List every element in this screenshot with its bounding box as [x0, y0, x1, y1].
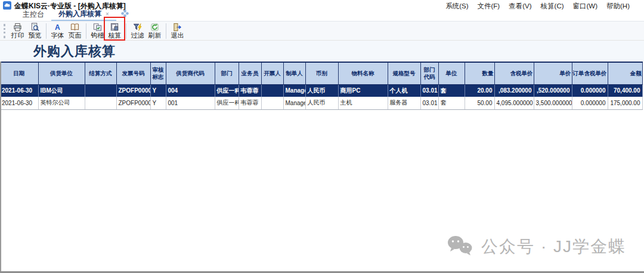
- filter-icon: [133, 23, 142, 32]
- column-header[interactable]: 币别: [305, 62, 338, 84]
- tab-bar: 主控台 外购入库核算 ×: [0, 11, 644, 22]
- table-cell[interactable]: 服务器: [388, 97, 420, 109]
- toolbar-separator: [166, 23, 166, 39]
- column-header[interactable]: 制单人: [283, 62, 305, 84]
- column-header[interactable]: 单价: [534, 62, 572, 84]
- column-header[interactable]: 部门: [215, 62, 239, 84]
- font-button[interactable]: A 字体: [49, 22, 66, 39]
- table-cell[interactable]: 供应一科: [215, 84, 239, 97]
- reconcile-button[interactable]: 钩稽: [89, 22, 106, 39]
- accounting-table: 日期供货单位结算方式发票号码审核标志供货商代码部门业务员开票人制单人币别物料名称…: [0, 62, 643, 110]
- menu-bar: 系统(S) 文件(F) 查看(V) 核算(C) 窗口(W) 帮助(H): [445, 2, 638, 11]
- column-header[interactable]: 供货商代码: [166, 62, 215, 84]
- column-header[interactable]: 日期: [0, 62, 38, 84]
- column-header[interactable]: 发票号码: [116, 62, 150, 84]
- table-cell[interactable]: ZPOFP0000: [116, 84, 150, 97]
- table-cell[interactable]: ZPOFP00002: [116, 97, 150, 109]
- table-cell[interactable]: 套: [438, 84, 465, 97]
- table-row[interactable]: 2021-06-30IBM公司ZPOFP0000Y004供应一科韦蓉蓉Manag…: [0, 84, 642, 97]
- tab-main-console[interactable]: 主控台: [16, 9, 51, 21]
- tab-purchase-inbound-accounting[interactable]: 外购入库核算 ×: [51, 8, 116, 21]
- column-header[interactable]: 开票人: [261, 62, 283, 84]
- menu-system[interactable]: 系统(S): [445, 2, 468, 11]
- refresh-button[interactable]: 刷新: [146, 22, 163, 39]
- table-cell[interactable]: [261, 97, 283, 109]
- calculate-button[interactable]: 核算: [106, 22, 123, 39]
- table-cell[interactable]: 20.00: [465, 84, 494, 97]
- menu-window[interactable]: 窗口(W): [573, 2, 598, 11]
- column-header[interactable]: 含税单价: [494, 62, 534, 84]
- table-cell[interactable]: 2021-06-30: [0, 97, 38, 109]
- column-header[interactable]: 单位: [438, 62, 465, 84]
- preview-button[interactable]: 预览: [26, 22, 44, 39]
- table-cell[interactable]: 供应一科: [215, 97, 239, 109]
- table-cell[interactable]: 韦蓉蓉: [239, 84, 261, 97]
- table-cell[interactable]: 商用PC: [338, 84, 388, 97]
- button-label: 核算: [109, 32, 122, 39]
- table-cell[interactable]: [261, 84, 283, 97]
- table-cell[interactable]: [85, 84, 116, 97]
- toolbar-drag-handle[interactable]: [4, 24, 6, 38]
- table-cell[interactable]: 001: [166, 97, 215, 109]
- menu-help[interactable]: 帮助(H): [606, 2, 630, 11]
- table-cell[interactable]: 70,400.00: [608, 84, 642, 97]
- table-cell[interactable]: 004: [166, 84, 215, 97]
- table-cell[interactable]: 0.000000: [572, 97, 608, 109]
- table-cell[interactable]: IBM公司: [38, 84, 85, 97]
- menu-view[interactable]: 查看(V): [509, 2, 531, 11]
- table-cell[interactable]: 人民币: [305, 84, 338, 97]
- table-cell[interactable]: 个人机: [388, 84, 420, 97]
- column-header[interactable]: 金额: [608, 62, 642, 84]
- table-cell[interactable]: Manage: [283, 84, 305, 97]
- column-header[interactable]: 规格型号: [388, 62, 420, 84]
- table-cell[interactable]: 175,000.00: [608, 97, 642, 109]
- table-cell[interactable]: 03.01: [420, 97, 438, 109]
- column-header[interactable]: 结算方式: [85, 62, 116, 84]
- column-header[interactable]: 供货单位: [38, 62, 85, 84]
- column-header[interactable]: 审核标志: [150, 62, 166, 84]
- wechat-icon: [447, 235, 473, 259]
- table-cell[interactable]: 0.000000: [572, 84, 608, 97]
- menu-accounting[interactable]: 核算(C): [541, 2, 564, 11]
- toolbar-separator: [86, 23, 86, 39]
- table-cell[interactable]: Manager: [283, 97, 305, 109]
- column-header[interactable]: 订单含税单价: [572, 62, 608, 84]
- tab-close-icon[interactable]: ×: [106, 11, 109, 17]
- table-cell[interactable]: 03.01: [420, 84, 438, 97]
- table-cell[interactable]: 韦蓉蓉: [239, 97, 261, 109]
- new-tab-icon[interactable]: [121, 9, 129, 21]
- table-cell[interactable]: Y: [150, 97, 166, 109]
- exit-icon: [173, 23, 182, 32]
- page-icon: [70, 23, 79, 32]
- table-cell[interactable]: 人民币: [305, 97, 338, 109]
- table-cell[interactable]: 主机: [338, 97, 388, 109]
- filter-button[interactable]: 过滤: [129, 22, 146, 39]
- toolbar: 打印 预览 A 字体 页面 钩稽 核算 过滤 刷新 退出: [0, 22, 644, 41]
- column-header[interactable]: 部门代码: [420, 62, 438, 84]
- table-cell[interactable]: ,083.200000: [494, 84, 534, 97]
- table-cell[interactable]: 2021-06-30: [0, 84, 38, 97]
- refresh-icon: [150, 23, 159, 32]
- table-cell[interactable]: 3,500.000000: [534, 97, 572, 109]
- app-cloud-icon: [3, 1, 11, 11]
- print-button[interactable]: 打印: [9, 22, 26, 39]
- table-cell[interactable]: 50.00: [465, 97, 494, 109]
- tab-label: 外购入库核算: [58, 9, 101, 19]
- menu-file[interactable]: 文件(F): [478, 2, 500, 11]
- table-cell[interactable]: [85, 97, 116, 109]
- table-cell[interactable]: Y: [150, 84, 166, 97]
- exit-button[interactable]: 退出: [169, 22, 186, 39]
- table-row[interactable]: 2021-06-30英特尔公司ZPOFP00002Y001供应一科韦蓉蓉Mana…: [0, 97, 642, 109]
- column-header[interactable]: 业务员: [239, 62, 261, 84]
- column-header[interactable]: 物料名称: [338, 62, 388, 84]
- table-cell[interactable]: 套: [438, 97, 465, 109]
- table-cell[interactable]: 4,095.000000: [494, 97, 534, 109]
- printer-icon: [13, 23, 22, 32]
- font-icon: A: [53, 23, 62, 32]
- button-label: 打印: [11, 32, 24, 39]
- button-label: 预览: [29, 32, 42, 39]
- page-setup-button[interactable]: 页面: [66, 22, 83, 39]
- table-cell[interactable]: 英特尔公司: [38, 97, 85, 109]
- column-header[interactable]: 数量: [465, 62, 494, 84]
- table-cell[interactable]: ,520.000000: [534, 84, 572, 97]
